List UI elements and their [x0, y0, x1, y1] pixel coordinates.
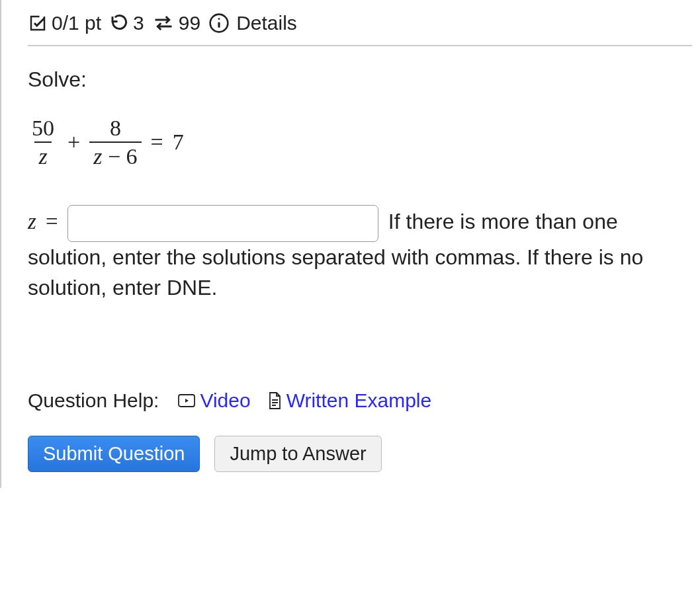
video-label: Video — [200, 389, 250, 412]
fraction-1: 50 z — [28, 116, 58, 169]
info-icon[interactable] — [208, 13, 230, 34]
retry-icon — [109, 13, 129, 33]
question-prompt: Solve: — [28, 67, 692, 92]
frac2-denominator: z − 6 — [89, 141, 141, 169]
score-icon — [28, 13, 48, 33]
equals-sign: = — [151, 130, 163, 155]
help-row: Question Help: Video — [28, 389, 692, 412]
rhs-value: 7 — [173, 130, 184, 155]
frac1-denominator: z — [34, 141, 51, 169]
fraction-2: 8 z − 6 — [89, 116, 141, 169]
document-icon — [267, 391, 283, 410]
answer-area: z = If there is more than one solution, … — [28, 205, 692, 303]
video-icon — [177, 393, 196, 409]
reattempts-text: 99 — [179, 12, 200, 34]
score-text: 0/1 pt — [52, 12, 101, 34]
details-link[interactable]: Details — [236, 12, 297, 34]
help-label: Question Help: — [28, 389, 159, 412]
button-row: Submit Question Jump to Answer — [28, 436, 692, 472]
submit-button[interactable]: Submit Question — [28, 436, 200, 472]
answer-equals: = — [46, 210, 58, 233]
answer-variable: z — [28, 210, 36, 233]
retries-text: 3 — [133, 12, 144, 34]
reattempt-icon — [152, 13, 175, 33]
written-example-label: Written Example — [286, 389, 432, 412]
svg-point-1 — [218, 18, 220, 20]
written-example-link[interactable]: Written Example — [267, 389, 432, 412]
frac1-numerator: 50 — [28, 116, 58, 141]
plus-sign: + — [67, 130, 80, 155]
answer-input[interactable] — [67, 205, 378, 242]
jump-to-answer-button[interactable]: Jump to Answer — [214, 436, 381, 472]
equation-display: 50 z + 8 z − 6 = 7 — [28, 116, 692, 169]
question-header: 0/1 pt 3 99 Details — [28, 12, 692, 46]
frac2-numerator: 8 — [106, 116, 125, 141]
video-help-link[interactable]: Video — [177, 389, 250, 412]
